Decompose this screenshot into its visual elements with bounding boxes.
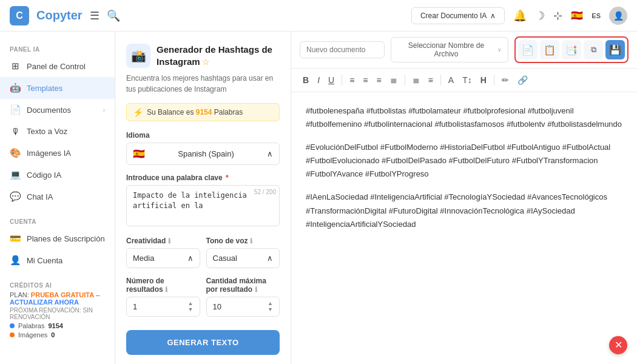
credits-section: CRÉDITOS AI PLAN: PRUEBA GRATUITA – ACTU… <box>0 277 115 343</box>
download-doc-button[interactable]: 📄 <box>518 40 538 59</box>
sidebar-item-documentos[interactable]: 📄 Documentos › <box>0 99 115 121</box>
document-icon: 📄 <box>10 104 21 115</box>
copy-text-button[interactable]: 📑 <box>562 40 581 59</box>
download-pdf-button[interactable]: 📋 <box>540 40 559 59</box>
creatividad-select[interactable]: Media ∧ <box>126 248 200 268</box>
chevron-down-icon: ∨ <box>497 47 502 53</box>
num-results-value: 1 <box>133 302 137 311</box>
tono-select[interactable]: Casual ∧ <box>206 248 280 268</box>
bold-button[interactable]: B <box>300 73 312 87</box>
sidebar-item-chat-ia[interactable]: 💬 Chat IA <box>0 186 115 207</box>
plan-upgrade-link[interactable]: ACTUALIZAR AHORA <box>10 298 79 306</box>
logo-box: C <box>10 6 29 25</box>
topbar-left: C Copyter ☰ 🔍 <box>10 6 120 25</box>
editor-toolbar: B I U ≡ ≡ ≡ ≣ ≣ ≡ A T↕ H ✏ <box>291 69 637 92</box>
bullet-list-button[interactable]: ≡ <box>425 73 436 87</box>
instagram-icon: 📸 <box>131 49 146 63</box>
max-por-result-group: Cantidad máxima por resultado ℹ 10 ▲ ▼ <box>206 277 280 317</box>
toolbar-sep-1 <box>342 75 342 86</box>
duplicate-button[interactable]: ⧉ <box>584 40 603 59</box>
num-results-down[interactable]: ▼ <box>188 307 194 312</box>
char-count: 52 / 200 <box>254 189 276 195</box>
flag-icon: 🇪🇸 <box>571 10 583 21</box>
align-justify-button[interactable]: ≣ <box>387 73 400 87</box>
panel-ia-title: PANEL IA <box>0 41 115 55</box>
imagenes-value: 0 <box>51 331 55 339</box>
plan-label: PLAN: <box>10 291 29 298</box>
max-por-result-label: Cantidad máxima por resultado ℹ <box>206 277 280 294</box>
notification-icon[interactable]: 🔔 <box>513 9 527 22</box>
editor-panel: Seleccionar Nombre de Archivo ∨ 📄 📋 📑 <box>291 32 637 364</box>
required-star: * <box>226 174 229 182</box>
creatividad-info-icon[interactable]: ℹ <box>168 237 170 244</box>
editor-topbar: Seleccionar Nombre de Archivo ∨ 📄 📋 📑 <box>291 32 637 69</box>
sidebar-item-planes[interactable]: 💳 Planes de Suscripción <box>0 228 115 249</box>
chevron-icon: ∧ <box>187 254 194 263</box>
creatividad-tono-row: Creatividad ℹ Media ∧ Tono de voz ℹ <box>126 237 280 277</box>
heading-button[interactable]: H <box>477 73 490 87</box>
num-results-arrows: ▲ ▼ <box>188 301 194 312</box>
crear-documento-button[interactable]: Crear Documento IA ∧ <box>411 7 505 24</box>
sidebar-item-texto-a-voz[interactable]: 🎙 Texto a Voz <box>0 121 115 142</box>
paint-button[interactable]: ✏ <box>499 73 512 87</box>
idioma-select[interactable]: 🇪🇸 Spanish (Spain) ∧ <box>126 143 280 165</box>
grid-icon: ⊞ <box>10 61 21 72</box>
num-results-up[interactable]: ▲ <box>188 301 194 306</box>
tono-value: Casual <box>213 254 237 263</box>
max-result-up[interactable]: ▲ <box>268 301 273 306</box>
select-file-button[interactable]: Seleccionar Nombre de Archivo ∨ <box>391 37 508 62</box>
search-icon[interactable]: 🔍 <box>107 9 120 22</box>
sidebar-item-panel-control[interactable]: ⊞ Panel de Control <box>0 55 115 77</box>
cuenta-title: CUENTA <box>0 214 115 228</box>
sidebar-item-imagenes-ia[interactable]: 🎨 Imágenes IA <box>0 142 115 164</box>
keyword-wrapper: 52 / 200 <box>126 185 280 228</box>
plan-line: PLAN: PRUEBA GRATUITA – ACTUALIZAR AHORA <box>10 291 105 306</box>
grid-icon[interactable]: ⊹ <box>553 9 562 22</box>
idioma-flag: 🇪🇸 <box>133 148 145 160</box>
num-results-input[interactable]: 1 ▲ ▼ <box>126 297 200 317</box>
doc-name-input[interactable] <box>300 41 385 58</box>
sidebar-label-templates: Templates <box>27 84 62 93</box>
select-file-label: Seleccionar Nombre de Archivo <box>397 41 495 58</box>
sidebar-label-panel-control: Panel de Control <box>27 62 86 71</box>
save-button[interactable]: 💾 <box>605 40 625 59</box>
sidebar-label-chat-ia: Chat IA <box>27 192 53 201</box>
imagenes-dot <box>10 332 15 337</box>
creatividad-group: Creatividad ℹ Media ∧ <box>126 237 200 268</box>
editor-content-area[interactable]: #futbolenespaña #futbolistas #futbolamat… <box>291 92 637 364</box>
max-result-info-icon[interactable]: ℹ <box>255 286 257 293</box>
generate-button[interactable]: GENERAR TEXTO <box>126 330 280 355</box>
chevron-up-icon: ∧ <box>490 12 496 20</box>
link-button[interactable]: 🔗 <box>514 73 531 87</box>
sidebar-label-planes: Planes de Suscripción <box>27 234 105 243</box>
moon-icon[interactable]: ☽ <box>535 9 545 22</box>
tono-info-icon[interactable]: ℹ <box>250 237 252 244</box>
ordered-list-button[interactable]: ≣ <box>410 73 423 87</box>
chevron-icon: ∧ <box>267 254 273 263</box>
max-por-result-input[interactable]: 10 ▲ ▼ <box>206 297 280 317</box>
user-avatar[interactable]: 👤 <box>609 7 627 25</box>
sidebar-item-mi-cuenta[interactable]: 👤 Mi Cuenta <box>0 249 115 271</box>
max-result-down[interactable]: ▼ <box>268 307 273 312</box>
sidebar-item-templates[interactable]: 🤖 Templates <box>0 77 115 99</box>
main-area: PANEL IA ⊞ Panel de Control 🤖 Templates … <box>0 32 637 364</box>
hamburger-icon[interactable]: ☰ <box>90 9 99 22</box>
delete-button[interactable]: ✕ <box>609 336 627 354</box>
star-icon[interactable]: ☆ <box>202 57 210 67</box>
line-height-button[interactable]: T↕ <box>459 73 475 87</box>
content-area: 📸 Generador de Hashtags de Instagram ☆ E… <box>115 32 637 364</box>
num-results-info-icon[interactable]: ℹ <box>165 286 167 293</box>
italic-button[interactable]: I <box>314 73 323 87</box>
align-center-button[interactable]: ≡ <box>360 73 371 87</box>
align-left-button[interactable]: ≡ <box>346 73 357 87</box>
keyword-label: Introduce una palabra clave * <box>126 174 280 182</box>
sidebar-item-codigo-ia[interactable]: 💻 Código IA <box>0 164 115 186</box>
align-right-button[interactable]: ≡ <box>373 73 384 87</box>
bolt-icon: ⚡ <box>133 107 143 117</box>
sidebar-label-imagenes-ia: Imágenes IA <box>27 149 71 158</box>
underline-button[interactable]: U <box>325 73 337 87</box>
creatividad-value: Media <box>133 254 154 263</box>
keyword-group: Introduce una palabra clave * 52 / 200 <box>126 174 280 228</box>
font-size-button[interactable]: A <box>445 73 457 87</box>
credits-title: CRÉDITOS AI <box>10 282 105 289</box>
